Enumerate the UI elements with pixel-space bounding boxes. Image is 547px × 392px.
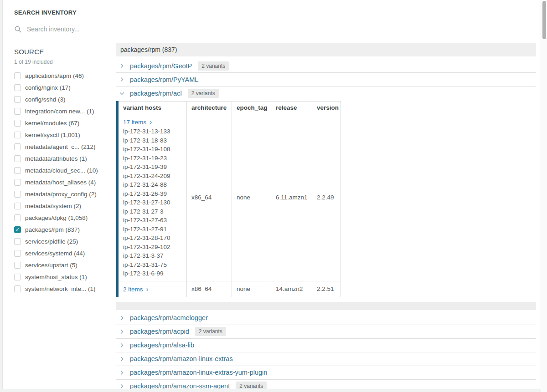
variant-host-name: ip-172-31-19-23 [123,154,182,163]
checkbox-unchecked-icon[interactable] [14,191,21,198]
package-link[interactable]: packages/rpm/amazon-linux-extras-yum-plu… [130,369,267,376]
variant-items-link-label: 17 items [123,119,146,126]
checkbox-unchecked-icon[interactable] [14,238,21,245]
inventory-app: SEARCH INVENTORY SOURCE 1 of 19 included… [0,0,547,392]
source-filter-item[interactable]: services/upstart (5) [14,259,114,271]
chevron-right-icon [119,383,125,389]
chevron-right-icon [119,76,125,82]
checkbox-unchecked-icon[interactable] [14,274,21,280]
checkbox-unchecked-icon[interactable] [14,285,21,292]
source-filter-item[interactable]: metadata/attributes (1) [14,153,114,164]
package-link[interactable]: packages/rpm/amazon-ssm-agent [130,382,230,389]
source-filter-label: kernel/modules (67) [25,120,79,127]
search-inventory-heading: SEARCH INVENTORY [14,9,114,16]
source-filter-item[interactable]: metadata/proxy_config (2) [14,188,114,200]
scrollbar-thumb[interactable] [542,1,546,39]
variant-host-name: ip-172-31-6-99 [123,269,182,278]
source-filter-item[interactable]: config/sshd (3) [14,93,114,105]
source-filter-label: metadata/cloud_sec... (10) [25,167,98,174]
variant-host-name: ip-172-31-27-91 [123,225,182,234]
source-filter-item[interactable]: metadata/cloud_sec... (10) [14,164,114,176]
checkbox-unchecked-icon[interactable] [14,179,21,186]
source-filter-item[interactable]: integration/com.new... (1) [14,105,114,117]
source-filter-item[interactable]: config/nginx (17) [14,81,114,93]
source-filter-label: integration/com.new... (1) [25,108,94,115]
source-filter-label: services/systemd (44) [25,250,85,257]
content-panel: SEARCH INVENTORY SOURCE 1 of 19 included… [2,0,541,389]
checkbox-unchecked-icon[interactable] [14,96,21,103]
variant-version-cell: 2.2.49 [312,114,341,281]
checkbox-unchecked-icon[interactable] [14,72,21,79]
source-filter-item[interactable]: kernel/modules (67) [14,117,114,129]
source-filter-item[interactable]: metadata/system (2) [14,200,114,212]
chevron-right-icon [119,356,125,362]
source-filter-item[interactable]: metadata/agent_c... (212) [14,141,114,153]
checkbox-unchecked-icon[interactable] [14,203,21,209]
package-row[interactable]: packages/rpm/alsa-lib [116,339,536,352]
package-link[interactable]: packages/rpm/acmelogger [130,314,208,321]
source-filter-item[interactable]: applications/apm (46) [14,70,114,81]
package-link[interactable]: packages/rpm/amazon-linux-extras [130,355,233,362]
chevron-right-icon [119,315,125,321]
package-link[interactable]: packages/rpm/acpid [130,328,189,335]
checkbox-checked-icon[interactable]: ✓ [14,226,21,233]
package-link[interactable]: packages/rpm/alsa-lib [130,341,194,349]
variants-column-header: architecture [187,102,232,114]
chevron-right-icon [119,329,125,335]
variant-items-link[interactable]: 2 items › [123,284,149,294]
checkbox-unchecked-icon[interactable] [14,214,21,221]
checkbox-unchecked-icon[interactable] [14,84,21,91]
checkbox-unchecked-icon[interactable] [14,262,21,269]
source-summary: 1 of 19 included [14,59,114,65]
checkbox-unchecked-icon[interactable] [14,132,21,138]
inventory-results: packages/rpm (837) packages/rpm/GeoIP2 v… [116,43,536,389]
package-row[interactable]: packages/rpm/acmelogger [116,311,536,325]
source-filter-item[interactable]: metadata/host_aliases (4) [14,176,114,188]
search-inventory-box[interactable] [14,24,114,35]
source-filter-item[interactable]: system/host_status (1) [14,271,114,283]
source-filter-label: packages/dpkg (1,058) [25,214,88,221]
package-row[interactable]: packages/rpm/amazon-linux-extras-yum-plu… [116,366,536,380]
variants-count-badge: 2 variants [188,89,219,98]
variants-table-wrap: variant hostsarchitectureepoch_tagreleas… [116,101,536,297]
package-row[interactable]: packages/rpm/acpid2 variants [116,325,536,339]
scrollbar-track[interactable] [541,0,547,392]
variant-hosts-cell: 2 items › [118,281,187,297]
source-filter-item[interactable]: system/network_inte... (1) [14,283,114,295]
variants-table: variant hostsarchitectureepoch_tagreleas… [116,101,341,297]
package-link[interactable]: packages/rpm/PyYAML [130,76,198,83]
package-row[interactable]: packages/rpm/acl2 variants [116,87,536,100]
search-input[interactable] [27,25,104,33]
source-filter-item[interactable]: kernel/sysctl (1,001) [14,129,114,141]
variants-count-badge: 2 variants [198,61,229,71]
checkbox-unchecked-icon[interactable] [14,250,21,257]
source-filter-item[interactable]: services/pidfile (25) [14,235,114,247]
results-header: packages/rpm (837) [116,43,536,56]
source-filter-item[interactable]: services/systemd (44) [14,247,114,259]
package-row[interactable]: packages/rpm/amazon-linux-extras [116,352,536,366]
package-link[interactable]: packages/rpm/GeoIP [130,62,192,70]
package-row[interactable]: packages/rpm/amazon-ssm-agent2 variants [116,380,536,390]
checkbox-unchecked-icon[interactable] [14,108,21,115]
variant-host-name: ip-172-31-18-83 [123,136,182,145]
checkbox-unchecked-icon[interactable] [14,120,21,127]
variant-epoch-tag-cell: none [232,281,271,297]
variants-column-header: variant hosts [118,102,187,114]
source-filter-item[interactable]: ✓packages/rpm (837) [14,224,114,235]
variant-host-name: ip-172-31-19-108 [123,145,182,154]
package-row[interactable]: packages/rpm/GeoIP2 variants [116,59,536,73]
variant-items-link[interactable]: 17 items › [123,117,152,127]
checkbox-unchecked-icon[interactable] [14,167,21,174]
checkbox-unchecked-icon[interactable] [14,143,21,150]
chevron-down-icon [119,91,125,97]
variant-release-cell: 14.amzn2 [271,281,312,297]
package-row[interactable]: packages/rpm/PyYAML [116,73,536,87]
source-filter-label: config/nginx (17) [25,84,71,91]
source-filter-item[interactable]: packages/dpkg (1,058) [14,212,114,224]
package-link[interactable]: packages/rpm/acl [130,90,182,97]
variant-host-name: ip-172-31-3-37 [123,251,182,260]
source-filter-label: services/pidfile (25) [25,238,78,245]
variants-count-badge: 2 variants [195,327,226,336]
chevron-right-icon: › [144,285,149,293]
checkbox-unchecked-icon[interactable] [14,155,21,162]
